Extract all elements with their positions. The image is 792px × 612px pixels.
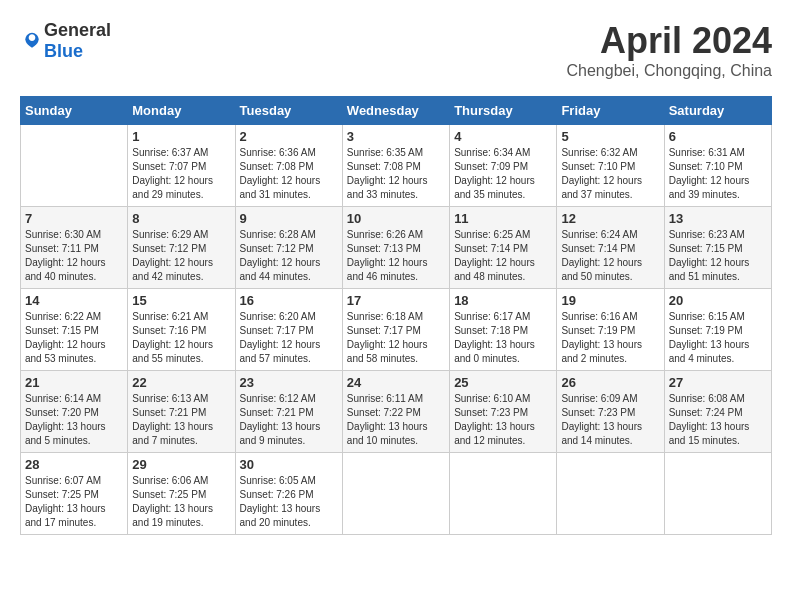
weekday-header-wednesday: Wednesday — [342, 97, 449, 125]
day-number: 22 — [132, 375, 230, 390]
calendar-cell: 12Sunrise: 6:24 AMSunset: 7:14 PMDayligh… — [557, 207, 664, 289]
calendar-cell: 28Sunrise: 6:07 AMSunset: 7:25 PMDayligh… — [21, 453, 128, 535]
calendar-cell: 17Sunrise: 6:18 AMSunset: 7:17 PMDayligh… — [342, 289, 449, 371]
day-number: 18 — [454, 293, 552, 308]
week-row-2: 7Sunrise: 6:30 AMSunset: 7:11 PMDaylight… — [21, 207, 772, 289]
day-number: 21 — [25, 375, 123, 390]
weekday-header-sunday: Sunday — [21, 97, 128, 125]
logo-icon — [22, 31, 42, 51]
day-info: Sunrise: 6:32 AMSunset: 7:10 PMDaylight:… — [561, 146, 659, 202]
calendar-cell — [664, 453, 771, 535]
calendar-cell: 15Sunrise: 6:21 AMSunset: 7:16 PMDayligh… — [128, 289, 235, 371]
day-number: 26 — [561, 375, 659, 390]
day-number: 2 — [240, 129, 338, 144]
day-number: 7 — [25, 211, 123, 226]
calendar-cell: 24Sunrise: 6:11 AMSunset: 7:22 PMDayligh… — [342, 371, 449, 453]
calendar-cell: 11Sunrise: 6:25 AMSunset: 7:14 PMDayligh… — [450, 207, 557, 289]
calendar-cell: 21Sunrise: 6:14 AMSunset: 7:20 PMDayligh… — [21, 371, 128, 453]
day-info: Sunrise: 6:24 AMSunset: 7:14 PMDaylight:… — [561, 228, 659, 284]
day-number: 9 — [240, 211, 338, 226]
day-number: 30 — [240, 457, 338, 472]
day-number: 5 — [561, 129, 659, 144]
calendar-cell — [21, 125, 128, 207]
day-number: 29 — [132, 457, 230, 472]
logo: General Blue — [20, 20, 111, 62]
calendar-cell: 25Sunrise: 6:10 AMSunset: 7:23 PMDayligh… — [450, 371, 557, 453]
calendar-table: SundayMondayTuesdayWednesdayThursdayFrid… — [20, 96, 772, 535]
day-number: 10 — [347, 211, 445, 226]
week-row-5: 28Sunrise: 6:07 AMSunset: 7:25 PMDayligh… — [21, 453, 772, 535]
day-number: 19 — [561, 293, 659, 308]
day-number: 6 — [669, 129, 767, 144]
day-number: 23 — [240, 375, 338, 390]
calendar-cell — [342, 453, 449, 535]
month-year: April 2024 — [567, 20, 772, 62]
calendar-cell: 16Sunrise: 6:20 AMSunset: 7:17 PMDayligh… — [235, 289, 342, 371]
weekday-header-row: SundayMondayTuesdayWednesdayThursdayFrid… — [21, 97, 772, 125]
day-info: Sunrise: 6:13 AMSunset: 7:21 PMDaylight:… — [132, 392, 230, 448]
calendar-cell — [557, 453, 664, 535]
calendar-cell: 5Sunrise: 6:32 AMSunset: 7:10 PMDaylight… — [557, 125, 664, 207]
day-info: Sunrise: 6:08 AMSunset: 7:24 PMDaylight:… — [669, 392, 767, 448]
week-row-4: 21Sunrise: 6:14 AMSunset: 7:20 PMDayligh… — [21, 371, 772, 453]
day-info: Sunrise: 6:17 AMSunset: 7:18 PMDaylight:… — [454, 310, 552, 366]
day-number: 15 — [132, 293, 230, 308]
location: Chengbei, Chongqing, China — [567, 62, 772, 80]
day-number: 25 — [454, 375, 552, 390]
day-info: Sunrise: 6:20 AMSunset: 7:17 PMDaylight:… — [240, 310, 338, 366]
calendar-cell: 18Sunrise: 6:17 AMSunset: 7:18 PMDayligh… — [450, 289, 557, 371]
calendar-cell: 1Sunrise: 6:37 AMSunset: 7:07 PMDaylight… — [128, 125, 235, 207]
calendar-cell: 30Sunrise: 6:05 AMSunset: 7:26 PMDayligh… — [235, 453, 342, 535]
day-info: Sunrise: 6:14 AMSunset: 7:20 PMDaylight:… — [25, 392, 123, 448]
calendar-cell: 8Sunrise: 6:29 AMSunset: 7:12 PMDaylight… — [128, 207, 235, 289]
day-info: Sunrise: 6:21 AMSunset: 7:16 PMDaylight:… — [132, 310, 230, 366]
day-info: Sunrise: 6:22 AMSunset: 7:15 PMDaylight:… — [25, 310, 123, 366]
calendar-cell: 7Sunrise: 6:30 AMSunset: 7:11 PMDaylight… — [21, 207, 128, 289]
header: General Blue April 2024 Chengbei, Chongq… — [20, 20, 772, 80]
day-info: Sunrise: 6:05 AMSunset: 7:26 PMDaylight:… — [240, 474, 338, 530]
weekday-header-monday: Monday — [128, 97, 235, 125]
calendar-cell: 26Sunrise: 6:09 AMSunset: 7:23 PMDayligh… — [557, 371, 664, 453]
calendar-cell: 19Sunrise: 6:16 AMSunset: 7:19 PMDayligh… — [557, 289, 664, 371]
weekday-header-friday: Friday — [557, 97, 664, 125]
day-info: Sunrise: 6:26 AMSunset: 7:13 PMDaylight:… — [347, 228, 445, 284]
day-number: 13 — [669, 211, 767, 226]
day-info: Sunrise: 6:18 AMSunset: 7:17 PMDaylight:… — [347, 310, 445, 366]
day-info: Sunrise: 6:36 AMSunset: 7:08 PMDaylight:… — [240, 146, 338, 202]
title-area: April 2024 Chengbei, Chongqing, China — [567, 20, 772, 80]
calendar-cell: 13Sunrise: 6:23 AMSunset: 7:15 PMDayligh… — [664, 207, 771, 289]
day-info: Sunrise: 6:25 AMSunset: 7:14 PMDaylight:… — [454, 228, 552, 284]
calendar-cell: 2Sunrise: 6:36 AMSunset: 7:08 PMDaylight… — [235, 125, 342, 207]
day-number: 20 — [669, 293, 767, 308]
day-info: Sunrise: 6:31 AMSunset: 7:10 PMDaylight:… — [669, 146, 767, 202]
day-info: Sunrise: 6:07 AMSunset: 7:25 PMDaylight:… — [25, 474, 123, 530]
day-number: 1 — [132, 129, 230, 144]
day-info: Sunrise: 6:15 AMSunset: 7:19 PMDaylight:… — [669, 310, 767, 366]
day-number: 24 — [347, 375, 445, 390]
day-number: 4 — [454, 129, 552, 144]
weekday-header-thursday: Thursday — [450, 97, 557, 125]
day-info: Sunrise: 6:23 AMSunset: 7:15 PMDaylight:… — [669, 228, 767, 284]
weekday-header-saturday: Saturday — [664, 97, 771, 125]
calendar-cell: 22Sunrise: 6:13 AMSunset: 7:21 PMDayligh… — [128, 371, 235, 453]
calendar-cell: 23Sunrise: 6:12 AMSunset: 7:21 PMDayligh… — [235, 371, 342, 453]
calendar-cell: 29Sunrise: 6:06 AMSunset: 7:25 PMDayligh… — [128, 453, 235, 535]
day-number: 12 — [561, 211, 659, 226]
day-info: Sunrise: 6:29 AMSunset: 7:12 PMDaylight:… — [132, 228, 230, 284]
weekday-header-tuesday: Tuesday — [235, 97, 342, 125]
day-number: 8 — [132, 211, 230, 226]
day-info: Sunrise: 6:06 AMSunset: 7:25 PMDaylight:… — [132, 474, 230, 530]
calendar-cell: 10Sunrise: 6:26 AMSunset: 7:13 PMDayligh… — [342, 207, 449, 289]
day-info: Sunrise: 6:37 AMSunset: 7:07 PMDaylight:… — [132, 146, 230, 202]
calendar-cell — [450, 453, 557, 535]
day-info: Sunrise: 6:35 AMSunset: 7:08 PMDaylight:… — [347, 146, 445, 202]
day-number: 11 — [454, 211, 552, 226]
day-info: Sunrise: 6:11 AMSunset: 7:22 PMDaylight:… — [347, 392, 445, 448]
day-number: 3 — [347, 129, 445, 144]
calendar-cell: 14Sunrise: 6:22 AMSunset: 7:15 PMDayligh… — [21, 289, 128, 371]
day-number: 14 — [25, 293, 123, 308]
calendar-cell: 6Sunrise: 6:31 AMSunset: 7:10 PMDaylight… — [664, 125, 771, 207]
day-info: Sunrise: 6:34 AMSunset: 7:09 PMDaylight:… — [454, 146, 552, 202]
day-info: Sunrise: 6:10 AMSunset: 7:23 PMDaylight:… — [454, 392, 552, 448]
calendar-cell: 9Sunrise: 6:28 AMSunset: 7:12 PMDaylight… — [235, 207, 342, 289]
